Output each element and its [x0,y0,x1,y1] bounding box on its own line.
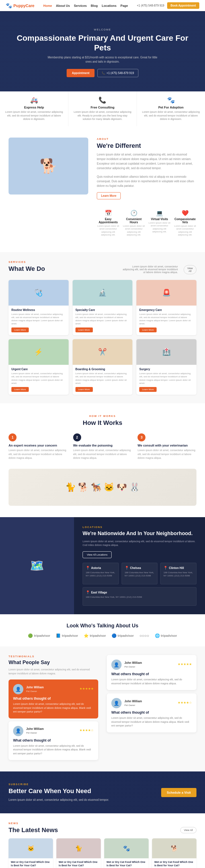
testimonial-r1-title: What others thought of [111,672,192,676]
testimonial-2-name: John William [26,727,44,731]
services-header: What We Do Lorem ipsum dolor sit amet, c… [8,265,197,274]
news-img-3: 🐾 [104,838,149,858]
appointments-icon: 📅 [97,210,119,216]
service-img-urgent: ⚡ [8,339,69,365]
step-1-text: Lorem ipsum dolor sit amet, consectetur … [8,448,67,460]
locations-image: 🗺️ [0,517,74,615]
feature-adoption: 🐾 Pet For Adoption Lorem ipsum dolor sit… [137,91,205,126]
how-tag: HOW IT WORKS [8,415,197,417]
virtual-icon: 💻 [148,210,171,216]
adoption-text: Lorem ipsum dolor sit amet, consectetur … [141,110,200,121]
consulting-text: Lorem ipsum dolor sit amet, consectetur … [73,110,132,121]
chelsea-pin-icon: 📍 [125,566,129,570]
pets-image: 🐈🐕🐕‍🦺🐱🐶🐰 [8,469,197,506]
testimonial-r2-text: Lorem ipsum dolor sit amet, consectetur … [111,716,192,728]
hero-phone-button[interactable]: 📞 +1 (475) 548-879 919 [97,69,138,77]
location-clinton: 📍Clinton Hill 188 Columbia Ave New York,… [160,563,197,584]
step-2-title: We evaluate the poisoning [73,444,132,447]
service-specialty-text: Lorem ipsum dolor sit amet, consectetur … [75,313,130,326]
news-view-all-button[interactable]: View All [180,827,197,833]
service-wellness-text: Lorem ipsum dolor sit amet, consectetur … [11,313,66,326]
nav-about[interactable]: About Us [56,4,70,7]
brand-3: ⭐tripadvisor [84,633,106,638]
step-1-title: An expert receives your concern [8,444,67,447]
news-img-2: 🐈 [56,838,101,858]
nav-cta-button[interactable]: Book Appointment [167,2,199,9]
brands-list: 🟢tripadvisor 📘tripadvisor ⭐tripadvisor 🔵… [8,633,197,638]
different-features: 📅 Easy Appointments Lorem ipsum dolor si… [97,210,197,241]
testimonial-2-avatar: 👤 [13,726,23,736]
nav-page[interactable]: Page [121,4,128,7]
vets-icon: ❤️ [174,210,197,216]
testimonial-1-title: What others thought of [13,696,94,701]
astoria-name: Astoria [91,566,101,569]
service-wellness-button[interactable]: Learn More [11,328,29,332]
service-urgent-button[interactable]: Learn More [11,387,29,392]
feature-consulting: 📞 Free Consulting Lorem ipsum dolor sit … [68,91,137,126]
clinton-name: Clinton Hill [169,566,184,569]
talking-section: Look Who's Talking About Us 🟢tripadvisor… [0,614,205,646]
news-card-4: 🐕 Wet or Dry Cat Food Which One is Best … [152,838,197,868]
brand-4-name: tripadvisor [117,634,134,637]
testimonial-r2-stars: ★★★★☆ [178,701,192,705]
brand-4-icon: 🔵 [112,633,116,638]
services-view-all-button[interactable]: View All [184,265,197,274]
testimonials-section: TESTIMONIALS What People Say Lorem ipsum… [0,646,205,771]
different-tag: ABOUT [97,137,197,141]
testimonials-tag: TESTIMONIALS [8,655,98,658]
hero-tag: WELCOME [11,28,194,31]
service-urgent-title: Urgent Care [11,368,66,371]
schedule-visit-button[interactable]: Schedule a Visit [161,788,197,797]
service-boarding-title: Boarding & Grooming [75,368,130,371]
testimonial-1-name: John William [26,686,44,689]
better-care-text: Lorem ipsum dolor sit amet, consectetur … [8,798,152,802]
nav-home[interactable]: Home [43,4,52,7]
brand-5: ○○○○ [139,633,149,638]
service-surgery-button[interactable]: Learn More [139,387,157,392]
locations-view-all-button[interactable]: View All Locations [82,551,112,558]
brand-6-name: tripadvisor [161,634,177,637]
testimonial-r1-avatar: 👤 [111,659,122,670]
service-surgery-title: Surgery [139,368,194,371]
news-tag: NEWS [8,822,197,825]
navbar: 🐾 PuppyCare Home About Us Services Blog … [0,0,205,11]
brand-5-icon: ○○○○ [139,633,149,638]
astoria-addr: 188 Columbia Ave New York, NY 10001 (212… [86,571,115,577]
service-wellness-title: Routine Wellness [11,308,66,312]
hero-section: WELCOME Compassionate Primary And Urgent… [0,11,205,91]
vets-title: Compassionate Vets [174,218,197,224]
hero-appointment-button[interactable]: Appointment [67,69,95,77]
services-title: What We Do [8,265,45,273]
service-emergency-title: Emergency Care [139,308,194,312]
clinton-pin-icon: 📍 [164,566,168,570]
nav-blog[interactable]: Blog [91,4,98,7]
service-emergency-text: Lorem ipsum dolor sit amet, consectetur … [139,313,194,326]
hours-title: Convenient Hours [123,218,145,224]
service-boarding-button[interactable]: Learn More [75,387,93,392]
brand-6: 🌐tripadvisor [155,633,177,638]
virtual-title: Virtual Visits [148,218,171,221]
testimonial-1-stars: ★★★★★ [79,687,94,690]
service-emergency-button[interactable]: Learn More [139,328,157,332]
nav-phone: +1 (475) 548-879 919 [137,4,164,7]
news-img-1: 🐱 [8,838,53,858]
service-specialty-button[interactable]: Learn More [75,328,93,332]
news-img-4: 🐕 [152,838,197,858]
nav-locations[interactable]: Locations [102,4,116,7]
nav-services[interactable]: Services [74,4,87,7]
brand-1-icon: 🟢 [28,633,33,638]
news-grid: 🐱 Wet or Dry Cat Food Which One is Best … [8,838,197,868]
nav-links: Home About Us Services Blog Locations Pa… [43,4,128,7]
hours-icon: 🕐 [123,210,145,216]
brand-3-icon: ⭐ [84,633,89,638]
services-grid: 🩺 Routine Wellness Lorem ipsum dolor sit… [8,280,197,395]
testimonial-2-role: Pet Owner [26,732,37,734]
logo-paw-icon: 🐾 [6,3,12,9]
feature-vets: ❤️ Compassionate Vets Lorem ipsum dolor … [174,210,197,241]
news-3-title: Wet or Dry Cat Food Which One is Best fo… [106,861,146,867]
adoption-title: Pet For Adoption [141,106,200,109]
different-learn-more-button[interactable]: Learn More [97,192,121,199]
locations-text: Lorem ipsum dolor sit amet, consectetur … [82,540,197,547]
eastvillage-addr: 188 Columbia Ave New York, NY 10001 (212… [86,595,193,598]
nav-logo[interactable]: 🐾 PuppyCare [6,3,34,9]
